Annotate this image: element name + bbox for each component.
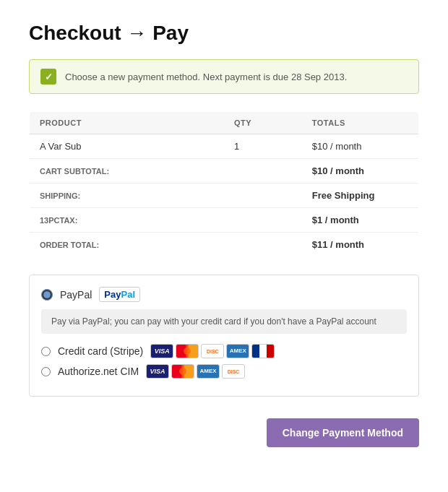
credit-card-label[interactable]: Credit card (Stripe) <box>58 345 143 357</box>
mastercard-icon-2 <box>171 364 194 379</box>
visa-icon: VISA <box>150 344 173 358</box>
shipping-value: Free Shipping <box>302 184 419 208</box>
notice-bar: ✓ Choose a new payment method. Next paym… <box>29 59 419 94</box>
credit-card-radio[interactable] <box>41 347 51 356</box>
credit-card-icons: VISA DISC AMEX <box>150 344 275 358</box>
col-header-qty: QTY <box>224 112 302 134</box>
product-name: A Var Sub <box>30 134 225 159</box>
change-payment-button[interactable]: Change Payment Method <box>267 418 419 447</box>
tax-label: 13PCTAX: <box>30 208 302 233</box>
discover-icon: DISC <box>201 344 224 358</box>
authorize-card-icons: VISA AMEX DISC <box>146 364 245 379</box>
tax-value: $1 / month <box>302 208 419 233</box>
paypal-badge: PayPal <box>99 287 140 302</box>
paypal-description: Pay via PayPal; you can pay with your cr… <box>41 309 407 334</box>
discover-icon-2: DISC <box>222 364 245 379</box>
notice-text: Choose a new payment method. Next paymen… <box>65 72 347 82</box>
amex-icon: AMEX <box>226 344 249 358</box>
col-header-product: PRODUCT <box>30 112 225 134</box>
check-icon: ✓ <box>40 69 56 85</box>
table-row: 13PCTAX: $1 / month <box>30 208 419 233</box>
order-table: PRODUCT QTY TOTALS A Var Sub 1 $10 / mon… <box>29 111 419 257</box>
paypal-label[interactable]: PayPal <box>60 289 92 301</box>
paypal-radio[interactable] <box>41 289 53 301</box>
amex-icon-2: AMEX <box>197 364 220 379</box>
table-row: ORDER TOTAL: $11 / month <box>30 233 419 257</box>
table-row: A Var Sub 1 $10 / month <box>30 134 419 159</box>
col-header-totals: TOTALS <box>302 112 419 134</box>
authorize-radio[interactable] <box>41 367 51 376</box>
authorize-option: Authorize.net CIM VISA AMEX DISC <box>41 364 407 379</box>
payment-section: PayPal PayPal Pay via PayPal; you can pa… <box>29 275 419 397</box>
cart-subtotal-value: $10 / month <box>302 159 419 184</box>
table-row: CART SUBTOTAL: $10 / month <box>30 159 419 184</box>
credit-card-option: Credit card (Stripe) VISA DISC AMEX <box>41 344 407 358</box>
table-row: SHIPPING: Free Shipping <box>30 184 419 208</box>
product-total: $10 / month <box>302 134 419 159</box>
cart-subtotal-label: CART SUBTOTAL: <box>30 159 302 184</box>
visa-icon-2: VISA <box>146 364 169 379</box>
paypal-badge-text: Pay <box>104 289 121 300</box>
jcb-icon <box>251 344 275 358</box>
page-title: Checkout → Pay <box>29 22 419 45</box>
authorize-label[interactable]: Authorize.net CIM <box>58 366 139 377</box>
order-total-value: $11 / month <box>302 233 419 257</box>
order-total-label: ORDER TOTAL: <box>30 233 302 257</box>
product-qty: 1 <box>224 134 302 159</box>
shipping-label: SHIPPING: <box>30 184 302 208</box>
mastercard-icon <box>176 344 199 358</box>
paypal-option: PayPal PayPal <box>41 287 407 302</box>
footer-row: Change Payment Method <box>29 411 419 447</box>
